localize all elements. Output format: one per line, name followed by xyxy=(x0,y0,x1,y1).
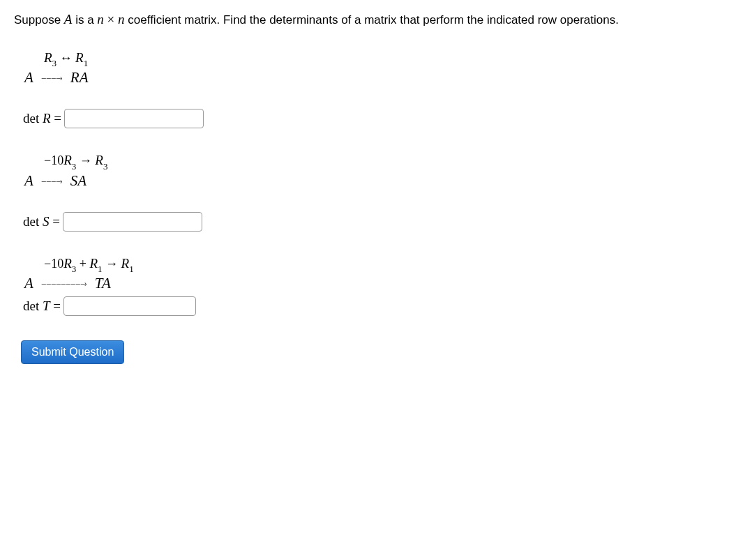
question-suffix: coefficient matrix. Find the determinant… xyxy=(125,13,619,27)
det-input-T[interactable] xyxy=(63,296,196,316)
times-symbol: × xyxy=(104,12,118,27)
question-prefix: Suppose xyxy=(14,13,64,27)
det-label-1: det xyxy=(23,111,39,126)
transform-line-1: A – – – –› RA xyxy=(24,69,738,86)
arrow-3: – – – – – – – – –› xyxy=(42,278,87,289)
det-label-2: det xyxy=(23,214,39,229)
equals-3: = xyxy=(53,298,61,313)
transform-line-2: A – – – –› SA xyxy=(24,172,738,190)
equals-1: = xyxy=(54,111,61,126)
arrow-1: – – – –› xyxy=(42,73,62,83)
transform-rhs-3: TA xyxy=(95,275,111,292)
det-line-1: det R = xyxy=(23,109,738,128)
transform-rhs-1: RA xyxy=(70,69,89,86)
problem-block-1: R3 ↔ R1 A – – – –› RA det R = xyxy=(24,50,738,129)
problem-block-3: −10R3 + R1 → R1 A – – – – – – – – –› TA … xyxy=(24,256,738,317)
det-var-3: T xyxy=(43,298,50,313)
transform-line-3: A – – – – – – – – –› TA xyxy=(24,275,738,292)
question-prompt: Suppose A is a n × n coefficient matrix.… xyxy=(14,10,738,29)
row-operation-3: −10R3 + R1 → R1 xyxy=(44,256,738,274)
transform-lhs-2: A xyxy=(24,172,33,190)
det-input-S[interactable] xyxy=(63,212,202,232)
det-var-2: S xyxy=(43,214,50,229)
problem-block-2: −10R3 → R3 A – – – –› SA det S = xyxy=(24,153,738,232)
transform-rhs-2: SA xyxy=(70,172,87,190)
dim-n2: n xyxy=(118,12,125,27)
det-line-3: det T = xyxy=(23,296,738,316)
det-input-R[interactable] xyxy=(64,109,204,128)
row-operation-2: −10R3 → R3 xyxy=(44,153,738,171)
det-label-3: det xyxy=(23,298,39,313)
dim-n1: n xyxy=(97,12,104,27)
question-mid1: is a xyxy=(72,13,97,27)
row-operation-1: R3 ↔ R1 xyxy=(44,50,738,68)
det-var-1: R xyxy=(43,111,51,126)
transform-lhs-1: A xyxy=(24,69,33,86)
equals-2: = xyxy=(52,214,60,229)
arrow-2: – – – –› xyxy=(42,176,62,186)
matrix-var: A xyxy=(64,12,73,27)
transform-lhs-3: A xyxy=(24,275,33,292)
submit-button[interactable]: Submit Question xyxy=(21,340,124,364)
det-line-2: det S = xyxy=(23,212,738,232)
